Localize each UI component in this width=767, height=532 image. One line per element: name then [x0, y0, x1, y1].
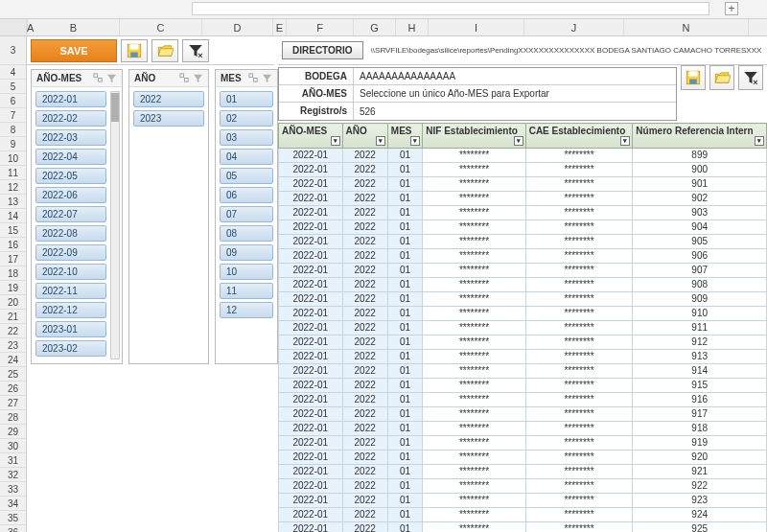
slicer-item[interactable]: 08 — [220, 225, 273, 242]
row-header[interactable]: 17 — [0, 252, 26, 266]
row-header[interactable]: 3 — [0, 36, 26, 65]
table-row[interactable]: 2022-01202201****************901 — [279, 177, 767, 192]
slicer-item[interactable]: 2022-08 — [35, 225, 106, 242]
slicer-item[interactable]: 02 — [220, 110, 273, 127]
multi-select-icon[interactable] — [248, 73, 259, 83]
table-row[interactable]: 2022-01202201****************922 — [279, 479, 767, 494]
column-header[interactable]: D — [202, 19, 273, 35]
column-header[interactable]: H — [396, 19, 429, 35]
slicer-item[interactable]: 04 — [220, 149, 273, 165]
directorio-button[interactable]: DIRECTORIO — [282, 41, 363, 59]
slicer-item[interactable]: 2022-07 — [35, 206, 106, 222]
table-row[interactable]: 2022-01202201****************900 — [279, 163, 767, 177]
table-row[interactable]: 2022-01202201****************911 — [279, 321, 767, 335]
row-header[interactable]: 36 — [0, 525, 26, 532]
table-header[interactable]: MES▾ — [387, 124, 423, 149]
slicer-item[interactable]: 2023-01 — [35, 321, 106, 337]
row-header[interactable]: 35 — [0, 511, 26, 525]
row-header[interactable]: 33 — [0, 482, 26, 497]
open-folder-button[interactable] — [151, 39, 178, 62]
table-row[interactable]: 2022-01202201****************908 — [279, 278, 767, 292]
slicer-item[interactable]: 2022-01 — [35, 91, 106, 107]
slicer-item[interactable]: 2022-04 — [35, 149, 106, 165]
slicer-item[interactable]: 2022-12 — [35, 302, 106, 318]
slicer-item[interactable]: 2022-11 — [35, 283, 106, 299]
table-header[interactable]: NIF Establecimiento▾ — [423, 124, 525, 149]
export-save-button[interactable] — [681, 65, 706, 90]
row-header[interactable]: 22 — [0, 324, 26, 338]
slicer-item[interactable]: 2023 — [133, 110, 204, 127]
save-button[interactable]: SAVE — [31, 39, 117, 62]
slicer-item[interactable]: 09 — [220, 244, 273, 261]
row-header[interactable]: 9 — [0, 137, 26, 151]
column-header[interactable]: E — [273, 19, 287, 35]
table-row[interactable]: 2022-01202201****************925 — [279, 522, 767, 533]
table-row[interactable]: 2022-01202201****************902 — [279, 192, 767, 206]
row-header[interactable]: 21 — [0, 310, 26, 324]
row-header[interactable]: 20 — [0, 295, 26, 310]
filter-dropdown-icon[interactable]: ▾ — [620, 136, 630, 146]
row-header[interactable]: 8 — [0, 123, 26, 137]
table-row[interactable]: 2022-01202201****************906 — [279, 249, 767, 264]
table-row[interactable]: 2022-01202201****************921 — [279, 465, 767, 479]
row-header[interactable]: 34 — [0, 497, 26, 511]
multi-select-icon[interactable] — [179, 73, 190, 83]
slicer-item[interactable]: 01 — [220, 91, 273, 107]
row-header[interactable]: 11 — [0, 166, 26, 180]
table-row[interactable]: 2022-01202201****************904 — [279, 220, 767, 235]
row-header[interactable]: 30 — [0, 439, 26, 453]
slicer-item[interactable]: 11 — [220, 283, 273, 299]
row-header[interactable]: 31 — [0, 453, 26, 468]
slicer-item[interactable]: 2023-02 — [35, 340, 106, 357]
column-header[interactable]: J — [524, 19, 624, 35]
table-row[interactable]: 2022-01202201****************899 — [279, 149, 767, 163]
row-header[interactable]: 4 — [0, 65, 26, 80]
row-header[interactable]: 29 — [0, 425, 26, 439]
table-row[interactable]: 2022-01202201****************913 — [279, 350, 767, 364]
filter-dropdown-icon[interactable]: ▾ — [755, 136, 764, 146]
table-row[interactable]: 2022-01202201****************910 — [279, 307, 767, 321]
formula-input[interactable] — [192, 2, 709, 15]
row-header[interactable]: 26 — [0, 382, 26, 396]
table-header[interactable]: CAE Establecimiento▾ — [525, 124, 633, 149]
row-header[interactable]: 7 — [0, 108, 26, 123]
table-header[interactable]: AÑO-MES▾ — [279, 124, 343, 149]
table-row[interactable]: 2022-01202201****************905 — [279, 235, 767, 249]
table-header[interactable]: AÑO▾ — [342, 124, 387, 149]
clear-filter-icon[interactable] — [262, 73, 272, 83]
table-row[interactable]: 2022-01202201****************916 — [279, 393, 767, 407]
table-row[interactable]: 2022-01202201****************924 — [279, 508, 767, 522]
clear-filter-button[interactable]: × — [182, 39, 209, 62]
row-header[interactable]: 5 — [0, 80, 26, 94]
table-header[interactable]: Número Referencia Intern▾ — [633, 124, 767, 149]
table-row[interactable]: 2022-01202201****************919 — [279, 436, 767, 451]
slicer-item[interactable]: 2022 — [133, 91, 204, 107]
row-header[interactable]: 10 — [0, 151, 26, 166]
table-row[interactable]: 2022-01202201****************923 — [279, 494, 767, 508]
column-header[interactable]: N — [624, 19, 749, 35]
row-header[interactable]: 23 — [0, 338, 26, 353]
row-header[interactable]: 27 — [0, 396, 26, 410]
column-header[interactable]: C — [120, 19, 202, 35]
slicer-item[interactable]: 2022-09 — [35, 244, 106, 261]
expand-button[interactable]: + — [725, 2, 738, 15]
row-header[interactable]: 12 — [0, 180, 26, 195]
row-header[interactable]: 6 — [0, 94, 26, 108]
table-row[interactable]: 2022-01202201****************909 — [279, 292, 767, 307]
table-row[interactable]: 2022-01202201****************918 — [279, 422, 767, 436]
select-all-corner[interactable] — [0, 19, 27, 35]
slicer-item[interactable]: 05 — [220, 168, 273, 184]
column-header[interactable]: G — [354, 19, 396, 35]
slicer-item[interactable]: 07 — [220, 206, 273, 222]
export-clear-filter-button[interactable]: × — [738, 65, 763, 90]
slicer-item[interactable]: 2022-02 — [35, 110, 106, 127]
table-row[interactable]: 2022-01202201****************907 — [279, 264, 767, 278]
row-header[interactable]: 28 — [0, 410, 26, 425]
table-row[interactable]: 2022-01202201****************917 — [279, 407, 767, 422]
table-row[interactable]: 2022-01202201****************915 — [279, 379, 767, 393]
table-row[interactable]: 2022-01202201****************903 — [279, 206, 767, 220]
slicer-item[interactable]: 2022-06 — [35, 187, 106, 203]
slicer-scrollbar[interactable] — [110, 91, 120, 359]
row-header[interactable]: 24 — [0, 353, 26, 367]
row-header[interactable]: 13 — [0, 195, 26, 209]
